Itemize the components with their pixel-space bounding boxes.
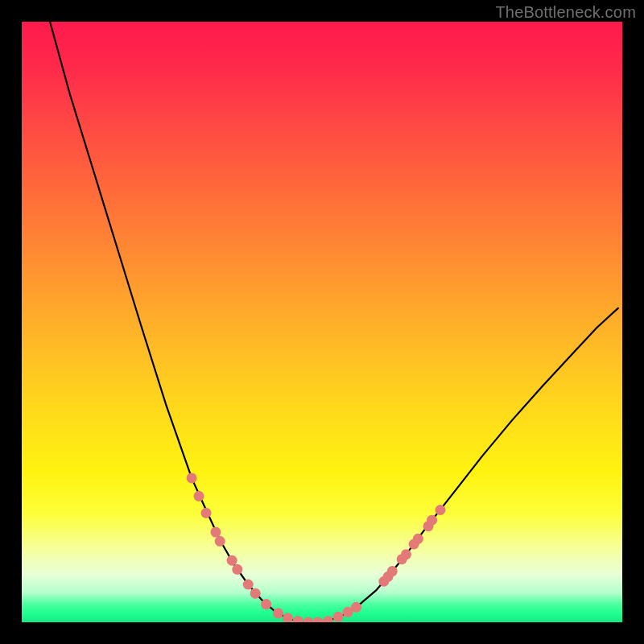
- data-point: [323, 616, 333, 622]
- data-point: [435, 505, 445, 515]
- data-point: [194, 491, 204, 502]
- marker-dots: [187, 473, 446, 622]
- data-point: [383, 572, 394, 582]
- data-point: [210, 527, 221, 538]
- data-point: [333, 612, 344, 622]
- bottleneck-curve: [50, 22, 618, 622]
- data-point: [427, 515, 437, 526]
- data-point: [215, 536, 225, 547]
- data-point: [187, 473, 197, 483]
- data-point: [351, 602, 361, 613]
- data-point: [293, 616, 303, 622]
- data-point: [273, 608, 283, 618]
- data-point: [227, 555, 237, 566]
- data-point: [401, 549, 411, 559]
- chart-svg: [22, 22, 622, 622]
- chart-stage: TheBottleneck.com: [0, 0, 644, 644]
- data-point: [283, 613, 293, 622]
- watermark-text: TheBottleneck.com: [495, 3, 636, 22]
- data-point: [312, 617, 323, 623]
- data-point: [250, 588, 261, 599]
- data-point: [413, 534, 423, 544]
- data-point: [201, 508, 212, 518]
- data-point: [303, 617, 313, 623]
- data-point: [232, 564, 242, 575]
- plot-area: [22, 22, 622, 622]
- data-point: [243, 580, 254, 590]
- data-point: [261, 599, 271, 609]
